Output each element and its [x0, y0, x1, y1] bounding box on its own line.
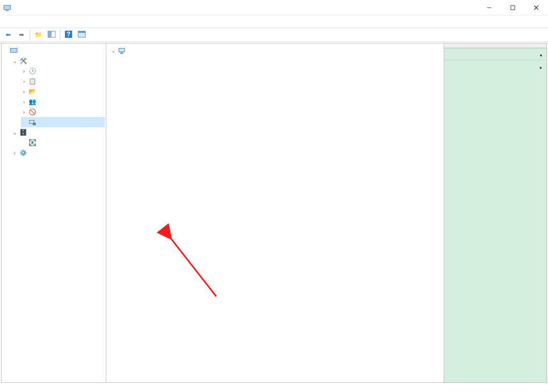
tree-device-manager[interactable]	[21, 117, 105, 127]
svg-text:?: ?	[66, 31, 70, 38]
tree-services-apps[interactable]: › ⚙️	[12, 148, 105, 158]
collapse-toggle[interactable]: ⌄	[110, 48, 117, 54]
action-more[interactable]	[444, 60, 546, 74]
collapse-section-icon[interactable]	[540, 51, 542, 58]
toolbar-show-hide-tree[interactable]	[45, 29, 58, 40]
svg-rect-19	[119, 49, 124, 52]
svg-rect-2	[6, 10, 9, 11]
annotation-arrow	[106, 43, 444, 382]
device-manager-icon	[28, 118, 36, 126]
minimize-button[interactable]	[477, 0, 501, 15]
menu-action[interactable]	[12, 20, 22, 23]
expand-toggle[interactable]	[21, 119, 27, 125]
toolbar-separator	[60, 30, 60, 40]
folder-up-icon: 📁	[35, 31, 42, 38]
window-icon	[78, 30, 86, 40]
menu-help[interactable]	[33, 20, 43, 23]
tree-performance[interactable]: › 🚫	[21, 107, 105, 117]
tree-storage[interactable]: ⌄ 🗄️	[12, 127, 105, 137]
tree-system-tools[interactable]: ⌄ 🛠️	[12, 56, 105, 66]
disk-management-icon: 💽	[28, 139, 36, 147]
expand-toggle[interactable]: ›	[12, 150, 18, 156]
device-tree: ⌄	[107, 45, 443, 56]
shared-folders-icon: 📂	[28, 87, 36, 96]
svg-rect-14	[11, 49, 17, 52]
expand-toggle[interactable]: ›	[21, 99, 27, 105]
forward-icon: ➡	[19, 31, 24, 38]
tree-root-computer-management[interactable]	[3, 45, 105, 56]
toolbar-forward[interactable]: ➡	[15, 29, 28, 40]
menubar	[0, 15, 548, 28]
task-scheduler-icon: 🕒	[28, 67, 36, 75]
expand-toggle[interactable]: ›	[21, 78, 27, 84]
svg-rect-20	[120, 53, 123, 54]
tree-task-scheduler[interactable]: › 🕒	[21, 66, 105, 76]
toolbar-window[interactable]	[76, 29, 88, 40]
submenu-arrow-icon	[540, 63, 542, 71]
svg-rect-8	[51, 31, 55, 37]
system-tools-icon: 🛠️	[19, 57, 27, 65]
toolbar-help[interactable]: ?	[62, 29, 75, 40]
svg-rect-1	[4, 6, 10, 9]
expand-toggle[interactable]: ›	[21, 68, 27, 74]
actions-pane-section[interactable]	[444, 48, 546, 60]
toolbar-folder-up[interactable]: 📁	[32, 29, 44, 40]
actions-pane-body	[444, 60, 546, 382]
titlebar	[0, 0, 548, 15]
result-pane[interactable]: ⌄	[106, 43, 444, 382]
expand-toggle[interactable]: ›	[21, 88, 27, 95]
desktop-pc-icon	[118, 47, 126, 55]
maximize-button[interactable]	[501, 0, 524, 15]
scope-tree: ⌄ 🛠️ › 🕒 › 📋	[3, 45, 105, 158]
computer-management-icon	[3, 4, 11, 12]
actions-pane-header	[444, 43, 546, 48]
event-viewer-icon: 📋	[28, 77, 36, 85]
tree-event-viewer[interactable]: › 📋	[21, 76, 105, 86]
menu-view[interactable]	[22, 20, 33, 23]
svg-rect-4	[511, 6, 515, 10]
collapse-toggle[interactable]: ⌄	[12, 58, 18, 64]
svg-line-21	[170, 238, 216, 296]
actions-pane	[444, 43, 546, 382]
computer-management-icon	[10, 47, 18, 55]
toolbar: ⬅ ➡ 📁 ?	[0, 28, 548, 42]
svg-rect-17	[33, 123, 36, 125]
show-hide-tree-icon	[48, 30, 56, 40]
menu-file[interactable]	[2, 20, 12, 23]
toolbar-separator	[30, 30, 30, 40]
close-button[interactable]	[524, 0, 548, 15]
expand-toggle[interactable]	[21, 140, 27, 146]
tree-disk-management[interactable]: 💽	[21, 137, 105, 148]
back-icon: ⬅	[6, 31, 11, 38]
svg-rect-12	[78, 31, 85, 33]
storage-icon: 🗄️	[19, 128, 27, 136]
services-apps-icon: ⚙️	[19, 149, 27, 157]
device-root[interactable]: ⌄	[110, 45, 443, 56]
performance-icon: 🚫	[28, 108, 36, 116]
tree-shared-folders[interactable]: › 📂	[21, 86, 105, 97]
status-bar	[0, 384, 548, 392]
collapse-toggle[interactable]	[3, 48, 9, 54]
help-icon: ?	[64, 30, 73, 40]
expand-toggle[interactable]: ›	[21, 109, 27, 115]
local-users-icon: 👥	[28, 98, 36, 106]
svg-rect-7	[48, 31, 51, 37]
tree-local-users[interactable]: › 👥	[21, 97, 105, 107]
main-panes: ⌄ 🛠️ › 🕒 › 📋	[1, 43, 547, 383]
toolbar-back[interactable]: ⬅	[2, 29, 14, 40]
collapse-toggle[interactable]: ⌄	[12, 129, 18, 135]
scope-pane[interactable]: ⌄ 🛠️ › 🕒 › 📋	[2, 43, 106, 382]
